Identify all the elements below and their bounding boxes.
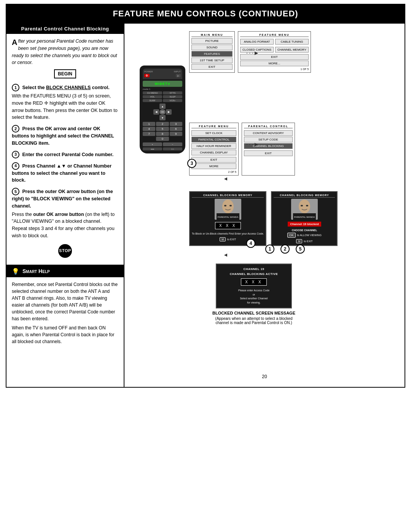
extra-btns: ●●● ▷▷ bbox=[143, 147, 182, 150]
step-1: 1 Select the BLOCK CHANNELS control. Wit… bbox=[12, 84, 118, 121]
diagram-step-5: 5 bbox=[296, 244, 305, 254]
ch-btn[interactable]: CH MENU bbox=[143, 91, 162, 94]
step-1-badge: 1 bbox=[12, 84, 19, 91]
step-1-title: Select the BLOCK CHANNELS control. bbox=[22, 85, 109, 90]
step-3-badge: 3 bbox=[12, 151, 19, 158]
slep-btn[interactable]: SLEP bbox=[163, 95, 182, 98]
smart-help-title: Smart Help bbox=[22, 268, 50, 274]
step-2-badge: 2 bbox=[12, 125, 19, 133]
btn-6[interactable]: 6 bbox=[170, 127, 182, 131]
stop-label: STOP bbox=[59, 248, 71, 254]
power-label: POWER bbox=[144, 70, 153, 73]
remote-power-row: POWER INPUT bbox=[144, 70, 181, 73]
menu-item-features: FEATURES bbox=[191, 51, 233, 57]
set-clock: SET CLOCK bbox=[191, 130, 236, 136]
page-indicator-1: 1 OF 5 bbox=[240, 67, 309, 70]
smart-help-content: Remember, once set Parental Control bloc… bbox=[6, 277, 124, 349]
arrow-4: ▼ bbox=[223, 252, 229, 258]
diagram-step-3: 3 bbox=[187, 159, 196, 168]
step-4: 4 Press Channel ▲▼ or Channel Number but… bbox=[12, 162, 118, 184]
stts-btn[interactable]: STTS bbox=[163, 91, 182, 94]
nav-ok[interactable]: OK bbox=[159, 109, 165, 115]
btn-2[interactable]: 2 bbox=[156, 122, 169, 126]
step-2-title: Press the OK arrow and center OK buttons… bbox=[12, 126, 114, 146]
more-fm1: MORE... bbox=[240, 61, 309, 66]
mode-label: mode 1 bbox=[143, 88, 150, 90]
surf-btn[interactable]: SURF bbox=[143, 99, 162, 102]
arrow-3: ▼ bbox=[223, 176, 229, 182]
btn-0[interactable]: 0 bbox=[156, 137, 169, 141]
remote-mode: mode 1 bbox=[143, 88, 182, 90]
blocked-header-2: CHANNEL BLOCKING ACTIVE bbox=[221, 272, 287, 276]
screen2-exit-row: M to EXIT bbox=[274, 239, 335, 243]
cbs-title-2: CHANNEL BLOCKING MEMORY bbox=[274, 194, 335, 198]
right-panel-inner: MAIN MENU PICTURE SOUND FEATURES 1ST TIM… bbox=[128, 27, 401, 370]
btn-8[interactable]: 8 bbox=[156, 132, 169, 136]
svg-point-7 bbox=[299, 200, 310, 213]
face-svg-1: PARENTAL WANDA bbox=[215, 199, 241, 220]
access-code-1: X X X bbox=[215, 222, 241, 229]
step-3: 3 Enter the correct Parental Code number… bbox=[12, 151, 118, 158]
menu-row-2: FEATURE MENU SET CLOCK PARENTAL CONTROL … bbox=[189, 123, 295, 176]
half-hour-reminder: HALF HOUR REMINDER bbox=[191, 143, 236, 149]
extra-1[interactable]: ●●● bbox=[143, 147, 162, 150]
content-advisory: CONTENT ADVISORY bbox=[244, 130, 293, 136]
nav-right[interactable]: ▶ bbox=[166, 109, 172, 115]
nav-cross: ▲ ◀ OK ▶ ▼ bbox=[153, 104, 172, 120]
svg-point-9 bbox=[306, 205, 308, 206]
nav-up[interactable]: ▲ bbox=[159, 104, 165, 109]
remote-screen: WIDETV bbox=[143, 81, 182, 87]
step-3-title: Enter the correct Parental Code number. bbox=[22, 152, 113, 157]
screen1-instruction: To Block or Un-Block channels First Ente… bbox=[192, 232, 264, 236]
input-button[interactable]: ▷ bbox=[176, 74, 181, 77]
num-pad: 1 2 3 4 5 6 7 8 9 0 bbox=[143, 122, 182, 141]
lightbulb-icon: 💡 bbox=[12, 268, 19, 275]
smart-help-section: 💡 Smart Help Remember, once set Parental… bbox=[6, 265, 124, 349]
page-header: Feature Menu Controls (Continued) bbox=[6, 4, 405, 24]
btn-3[interactable]: 3 bbox=[170, 122, 182, 126]
extra-2[interactable]: ▷▷ bbox=[163, 147, 182, 150]
feature-menu-title-1: FEATURE MENU bbox=[240, 34, 309, 37]
step-4-title: Press Channel ▲▼ or Channel Number butto… bbox=[12, 163, 112, 183]
svg-point-1 bbox=[222, 200, 234, 213]
parental-ctrl-title: PARENTAL CONTROL bbox=[244, 125, 293, 128]
blocked-message: Please enter Access CodeorSelect another… bbox=[221, 289, 287, 305]
feature-menu-screen-2: FEATURE MENU SET CLOCK PARENTAL CONTROL … bbox=[189, 123, 239, 176]
remote-top-buttons: ⏻ ▷ bbox=[144, 74, 181, 77]
vcr-btn[interactable]: VCR+ bbox=[163, 99, 182, 102]
power-button[interactable]: ⏻ bbox=[144, 74, 150, 77]
step-1-body: With the FEATURES MENU (3 of 5) on scree… bbox=[12, 93, 118, 121]
arrow-1: - - - ▶ bbox=[246, 50, 258, 56]
left-panel: Parental Control Channel Blocking A fter… bbox=[6, 24, 124, 387]
drop-cap: A bbox=[12, 38, 17, 46]
remote-top: POWER INPUT ⏻ ▷ bbox=[143, 69, 182, 79]
btn-4[interactable]: 4 bbox=[143, 127, 155, 131]
exit-fm2: EXIT bbox=[191, 157, 236, 163]
minus-btn[interactable]: − bbox=[163, 142, 182, 146]
plus-btn[interactable]: + bbox=[143, 142, 162, 146]
channel-screen-2: CHANNEL BLOCKING MEMORY PARENTAL WANDA bbox=[271, 191, 338, 246]
remote-button-grid: CH MENU STTS VOL SLEP SURF VCR+ bbox=[143, 91, 182, 102]
begin-label: BEGIN bbox=[54, 69, 76, 78]
svg-point-2 bbox=[224, 205, 226, 206]
main-menu-screen: MAIN MENU PICTURE SOUND FEATURES 1ST TIM… bbox=[189, 31, 235, 73]
nav-down[interactable]: ▼ bbox=[159, 115, 165, 120]
btn-7[interactable]: 7 bbox=[143, 132, 155, 136]
nav-left[interactable]: ◀ bbox=[153, 109, 159, 115]
btn-9[interactable]: 9 bbox=[170, 132, 182, 136]
more-fm2: MORE bbox=[191, 163, 236, 169]
channel-blocked-label: Channel 19 blocked bbox=[288, 222, 321, 227]
remote-body: POWER INPUT ⏻ ▷ WIDETV mode 1 bbox=[140, 66, 185, 153]
blocked-caption: BLOCKED CHANNEL SCREEN MESSAGE bbox=[208, 311, 299, 315]
blocked-sub-caption: (Appears when an attempt to select a blo… bbox=[208, 316, 299, 325]
to-exit-1: to EXIT bbox=[227, 238, 236, 241]
channel-blocking-screens: CHANNEL BLOCKING MEMORY PARENTAL WANDA bbox=[189, 191, 338, 246]
btn-5[interactable]: 5 bbox=[156, 127, 169, 131]
vol-btn[interactable]: VOL bbox=[143, 95, 162, 98]
channel-screen-1: CHANNEL BLOCKING MEMORY PARENTAL WANDA bbox=[189, 191, 266, 246]
section-title: Parental Control Channel Blocking bbox=[6, 24, 124, 34]
btn-1[interactable]: 1 bbox=[143, 122, 155, 126]
ok-btn-2: OK bbox=[287, 233, 296, 238]
page-indicator-2: 2 OF 5 bbox=[191, 170, 236, 173]
svg-point-8 bbox=[301, 205, 303, 206]
